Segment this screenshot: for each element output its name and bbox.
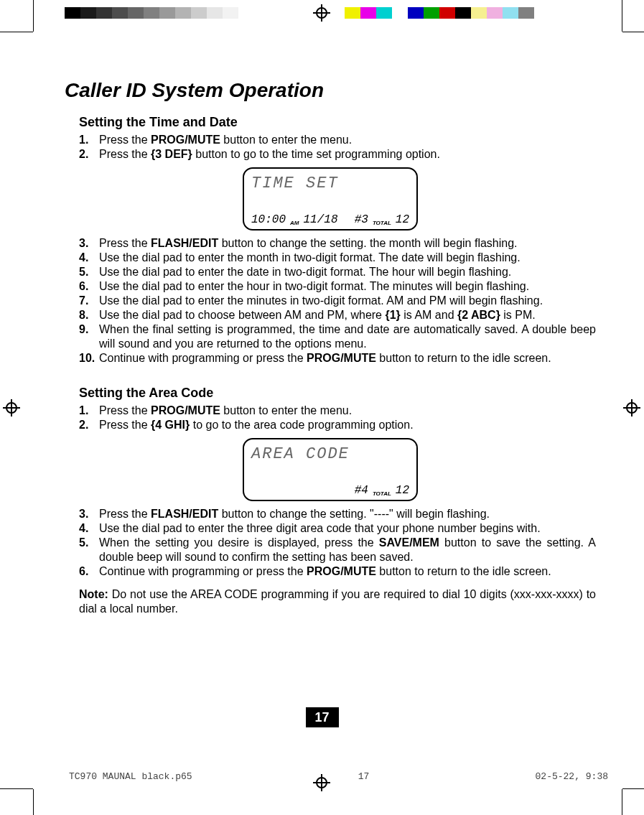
lcd-line1: TIME SET [251, 174, 409, 192]
step-number: 4. [79, 521, 99, 536]
step-item: 9.When the final setting is programmed, … [79, 322, 596, 351]
step-item: 5.Use the dial pad to enter the date in … [79, 265, 596, 279]
registration-mark-icon [3, 399, 20, 416]
swatch [144, 7, 159, 19]
step-item: 3.Press the FLASH/EDIT button to change … [79, 507, 596, 521]
lcd-line2: 10:00 AM 11/18 #3 TOTAL 12 [251, 213, 409, 226]
steps-list-area-b: 3.Press the FLASH/EDIT button to change … [65, 507, 596, 579]
section-heading-time: Setting the Time and Date [79, 115, 596, 130]
step-number: 1. [79, 133, 99, 147]
registration-mark-icon [623, 399, 640, 416]
swatch [223, 7, 238, 19]
lcd-time: 10:00 [251, 213, 286, 226]
lcd-date: 11/18 [303, 213, 337, 226]
swatch [471, 7, 487, 19]
lcd-total-label: TOTAL [373, 220, 391, 226]
crop-mark [0, 788, 33, 789]
steps-list-time-a: 1.Press the PROG/MUTE button to enter th… [65, 133, 596, 162]
swatch [128, 7, 144, 19]
section-heading-area: Setting the Area Code [79, 386, 596, 401]
swatch [238, 7, 254, 19]
swatch [207, 7, 223, 19]
step-number: 1. [79, 404, 99, 418]
step-item: 6.Use the dial pad to enter the hour in … [79, 279, 596, 294]
step-item: 6.Continue with programming or press the… [79, 564, 596, 579]
step-item: 8.Use the dial pad to choose between AM … [79, 308, 596, 322]
steps-list-area-a: 1.Press the PROG/MUTE button to enter th… [65, 404, 596, 432]
swatch [487, 7, 503, 19]
step-number: 9. [79, 322, 99, 351]
crop-mark [622, 32, 644, 32]
color-bar-color [345, 7, 534, 19]
footer: TC970 MAUNAL black.p65 17 02-5-22, 9:38 [69, 771, 608, 782]
step-text: Use the dial pad to enter the date in tw… [99, 265, 596, 279]
crop-mark [622, 0, 622, 32]
step-number: 6. [79, 279, 99, 294]
lcd-hash: #3 [355, 213, 368, 226]
step-text: Use the dial pad to choose between AM an… [99, 308, 596, 322]
step-number: 2. [79, 147, 99, 162]
step-number: 6. [79, 564, 99, 579]
step-text: Press the FLASH/EDIT button to change th… [99, 507, 596, 521]
swatch [96, 7, 112, 19]
step-number: 5. [79, 536, 99, 564]
step-item: 1.Press the PROG/MUTE button to enter th… [79, 133, 596, 147]
lcd-line1: AREA CODE [251, 445, 409, 463]
swatch [408, 7, 424, 19]
page-title: Caller ID System Operation [65, 79, 596, 102]
step-text: Use the dial pad to enter the three digi… [99, 521, 596, 536]
crop-mark [0, 32, 33, 32]
step-number: 4. [79, 251, 99, 265]
step-text: When the setting you desire is displayed… [99, 536, 596, 564]
swatch [392, 7, 408, 19]
page: Caller ID System Operation Setting the T… [0, 0, 644, 815]
footer-page: 17 [358, 771, 370, 782]
swatch [80, 7, 96, 19]
lcd-total: 12 [396, 484, 409, 497]
crop-mark [33, 0, 34, 32]
swatch [175, 7, 191, 19]
step-text: Use the dial pad to enter the month in t… [99, 251, 596, 265]
lcd-line2: #4 TOTAL 12 [251, 484, 409, 497]
lcd-display-time: TIME SET 10:00 AM 11/18 #3 TOTAL 12 [243, 167, 418, 230]
crop-mark [622, 788, 644, 789]
swatch [112, 7, 128, 19]
swatch [455, 7, 471, 19]
step-item: 3.Press the FLASH/EDIT button to change … [79, 236, 596, 251]
step-text: Continue with programming or press the P… [99, 564, 596, 579]
swatch [439, 7, 455, 19]
note-paragraph: Note: Do not use the AREA CODE programmi… [79, 587, 596, 616]
step-number: 2. [79, 418, 99, 432]
step-text: Press the FLASH/EDIT button to change th… [99, 236, 596, 251]
step-number: 8. [79, 308, 99, 322]
step-text: Press the {4 GHI} to go to the area code… [99, 418, 596, 432]
crop-mark [33, 789, 34, 815]
content-area: Caller ID System Operation Setting the T… [65, 79, 596, 616]
step-text: Use the dial pad to enter the hour in tw… [99, 279, 596, 294]
step-item: 4.Use the dial pad to enter the month in… [79, 251, 596, 265]
lcd-total: 12 [396, 213, 409, 226]
swatch [345, 7, 360, 19]
crop-mark [622, 789, 622, 815]
step-text: Press the PROG/MUTE button to enter the … [99, 404, 596, 418]
step-number: 3. [79, 236, 99, 251]
step-number: 5. [79, 265, 99, 279]
step-item: 2.Press the {4 GHI} to go to the area co… [79, 418, 596, 432]
step-text: Press the PROG/MUTE button to enter the … [99, 133, 596, 147]
step-item: 7.Use the dial pad to enter the minutes … [79, 294, 596, 308]
step-item: 1.Press the PROG/MUTE button to enter th… [79, 404, 596, 418]
step-item: 2.Press the {3 DEF} button to go to the … [79, 147, 596, 162]
swatch [191, 7, 207, 19]
swatch [360, 7, 376, 19]
swatch [159, 7, 175, 19]
step-item: 4.Use the dial pad to enter the three di… [79, 521, 596, 536]
page-number-badge: 17 [306, 707, 339, 727]
step-text: Continue with programming or press the P… [99, 351, 596, 365]
step-text: Press the {3 DEF} button to go to the ti… [99, 147, 596, 162]
note-text: Do not use the AREA CODE programming if … [79, 588, 596, 615]
lcd-hash: #4 [355, 484, 368, 497]
step-item: 5.When the setting you desire is display… [79, 536, 596, 564]
step-number: 3. [79, 507, 99, 521]
step-text: Use the dial pad to enter the minutes in… [99, 294, 596, 308]
swatch [503, 7, 518, 19]
